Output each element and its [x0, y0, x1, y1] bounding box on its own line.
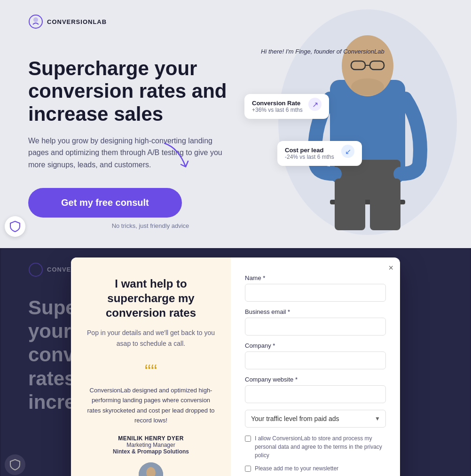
shield-icon [10, 221, 20, 232]
conversion-icon: ↗ [308, 98, 322, 111]
traffic-select-wrapper: Your traffic level from paid ads < $1k/m… [245, 410, 386, 428]
modal-left-panel: I want help to supercharge my conversion… [71, 258, 231, 476]
svg-rect-12 [370, 179, 400, 230]
traffic-field-group: Your traffic level from paid ads < $1k/m… [245, 410, 386, 428]
website-label: Company website * [245, 376, 386, 383]
modal-title: I want help to supercharge my conversion… [85, 276, 217, 320]
modal-overlay: × I want help to supercharge my conversi… [0, 248, 471, 476]
modal-form-panel: Name * Business email * Company * Compan… [231, 258, 400, 476]
shield-badge-hero [5, 216, 25, 237]
hero-title: Supercharge your conversion rates and in… [28, 57, 273, 125]
cost-per-lead-card: ↙ Cost per lead -24% vs last 6 mths [277, 141, 362, 166]
cta-button[interactable]: Get my free consult [28, 188, 182, 218]
hero-section: CONVERSIONLAB Supercharge your conversio… [0, 0, 471, 248]
arrow-decoration [160, 139, 193, 176]
name-input[interactable] [245, 284, 386, 302]
shield-icon-second [10, 459, 20, 470]
website-field-group: Company website * [245, 376, 386, 403]
brand-name: CONVERSIONLAB [47, 18, 107, 25]
name-label: Name * [245, 274, 386, 281]
consent-row: I allow ConversionLab to store and proce… [245, 434, 386, 460]
logo-icon [28, 14, 43, 29]
email-field-group: Business email * [245, 308, 386, 336]
author-company: Nintex & Promapp Solutions [85, 448, 217, 455]
svg-rect-11 [335, 179, 365, 230]
email-label: Business email * [245, 308, 386, 315]
conversion-rate-card: ↗ Conversion Rate +36% vs last 6 mths [244, 94, 329, 119]
svg-point-8 [351, 78, 384, 95]
svg-point-1 [33, 17, 38, 22]
company-field-group: Company * [245, 342, 386, 369]
testimonial-author: MENILIK HENRY DYER Marketing Manager Nin… [85, 435, 217, 455]
hero-person-area [274, 5, 462, 235]
company-label: Company * [245, 342, 386, 349]
website-input[interactable] [245, 385, 386, 403]
modal: × I want help to supercharge my conversi… [71, 258, 400, 476]
modal-close-button[interactable]: × [388, 263, 393, 273]
shield-badge-second [5, 454, 25, 475]
quote-decoration: ““ [85, 362, 217, 381]
modal-subtitle: Pop in your details and we'll get back t… [85, 328, 217, 349]
avatar-image [139, 462, 163, 476]
author-avatar [139, 462, 163, 476]
email-input[interactable] [245, 318, 386, 336]
hero-subtitle: We help you grow by designing high-conve… [28, 135, 226, 171]
person-silhouette [274, 5, 462, 235]
newsletter-row: Please add me to your newsletter [245, 464, 386, 473]
second-section: CONVERSIONLAB Supercharge your conversio… [0, 248, 471, 476]
author-name: MENILIK HENRY DYER [85, 435, 217, 442]
name-field-group: Name * [245, 274, 386, 302]
newsletter-checkbox[interactable] [245, 466, 251, 472]
newsletter-label: Please add me to your newsletter [255, 464, 338, 473]
hero-content: Supercharge your conversion rates and in… [28, 57, 273, 229]
cost-icon: ↙ [341, 145, 354, 158]
cta-note: No tricks, just friendly advice [28, 222, 273, 229]
traffic-select[interactable]: Your traffic level from paid ads < $1k/m… [245, 410, 386, 428]
consent-label: I allow ConversionLab to store and proce… [255, 434, 386, 460]
testimonial-quote: ConversionLab designed and optimized hig… [85, 385, 217, 426]
person-greeting: Hi there! I'm Finge, founder of Conversi… [261, 47, 385, 56]
author-role: Marketing Manager [85, 442, 217, 448]
company-input[interactable] [245, 351, 386, 369]
consent-checkbox[interactable] [245, 436, 251, 442]
